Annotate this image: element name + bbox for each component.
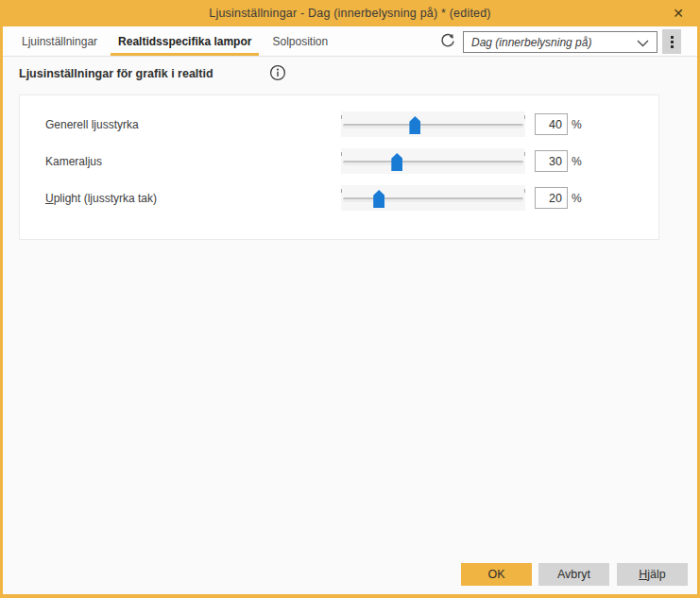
ok-button[interactable]: OK — [461, 563, 532, 586]
cancel-button[interactable]: Avbryt — [538, 563, 609, 586]
tick-mark — [524, 189, 525, 193]
slider-track — [343, 124, 523, 128]
dialog-content: Ljusinställningar för grafik i realtid G… — [3, 57, 697, 594]
tab-ljusinstallningar[interactable]: Ljuinställningar — [14, 26, 105, 56]
light-settings-dialog: Ljusinställningar - Dag (innerbelysning … — [0, 0, 700, 598]
close-icon[interactable]: ✕ — [664, 0, 692, 26]
percent-unit: % — [572, 155, 582, 168]
slider-label: Uplight (ljusstyrka tak) — [20, 192, 341, 205]
slider-thumb[interactable] — [391, 153, 402, 171]
slider-group-box: Generell ljusstyrka % Kameraljus — [19, 94, 659, 240]
tab-solposition[interactable]: Solposition — [265, 26, 335, 56]
chevron-down-icon — [637, 34, 649, 51]
refresh-button[interactable] — [435, 30, 460, 53]
tick-mark — [341, 152, 342, 156]
kebab-menu-icon[interactable] — [662, 29, 681, 54]
generell-ljusstyrka-value-field[interactable] — [535, 113, 568, 135]
help-button-label: Hjälp — [639, 568, 666, 581]
generell-ljusstyrka-slider[interactable] — [341, 111, 525, 137]
preset-dropdown-value: Dag (innerbelysning på) — [471, 36, 637, 49]
refresh-icon — [439, 32, 456, 52]
slider-row-generell-ljusstyrka: Generell ljusstyrka % — [20, 111, 658, 137]
slider-thumb[interactable] — [373, 190, 384, 208]
tab-realtidsspecifika-lampor[interactable]: Realtidsspecifika lampor — [111, 26, 259, 56]
uplight-slider[interactable] — [341, 185, 525, 211]
tick-mark — [524, 115, 525, 119]
slider-thumb[interactable] — [409, 116, 420, 134]
slider-label: Kameraljus — [20, 155, 341, 168]
help-button[interactable]: Hjälp — [617, 563, 688, 586]
window-border — [0, 594, 700, 598]
tick-mark — [341, 115, 342, 119]
slider-row-kameraljus: Kameraljus % — [20, 148, 658, 174]
slider-row-uplight: Uplight (ljusstyrka tak) % — [20, 185, 658, 211]
slider-label: Generell ljusstyrka — [20, 118, 341, 131]
percent-unit: % — [572, 118, 582, 131]
tick-mark — [341, 189, 342, 193]
slider-track — [343, 161, 523, 165]
section-heading: Ljusinställningar för grafik i realtid — [19, 67, 213, 80]
dialog-title: Ljusinställningar - Dag (innerbelysning … — [209, 7, 490, 20]
title-bar: Ljusinställningar - Dag (innerbelysning … — [0, 0, 700, 26]
window-border — [0, 26, 3, 598]
uplight-value-field[interactable] — [535, 187, 568, 209]
percent-unit: % — [572, 192, 582, 205]
kameraljus-value-field[interactable] — [535, 150, 568, 172]
info-icon[interactable] — [268, 64, 287, 83]
slider-track — [343, 197, 523, 202]
tick-mark — [524, 152, 525, 156]
preset-dropdown[interactable]: Dag (innerbelysning på) — [463, 31, 657, 53]
kameraljus-slider[interactable] — [341, 148, 525, 174]
tab-strip: Ljuinställningar Realtidsspecifika lampo… — [3, 26, 697, 57]
